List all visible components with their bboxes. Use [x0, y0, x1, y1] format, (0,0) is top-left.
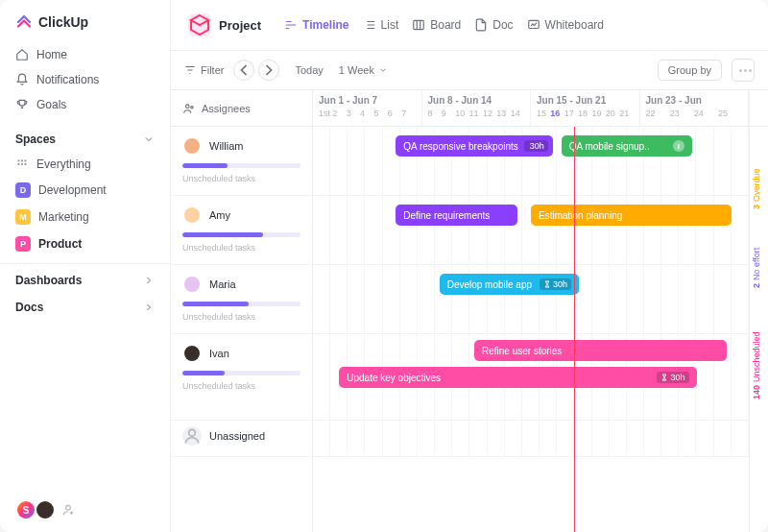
day-label: 2 [332, 109, 346, 118]
week-column: Jun 1 - Jun 71st234567 [313, 90, 422, 126]
assignee-row-unassigned[interactable]: Unassigned [171, 421, 312, 457]
day-label: 7 [401, 109, 415, 118]
sidebar: ClickUp Home Notifications Goals Spaces … [0, 0, 171, 532]
next-button[interactable] [258, 60, 279, 81]
space-marketing-badge: M [15, 209, 31, 225]
board-icon [412, 18, 425, 32]
assignee-row[interactable]: William Unscheduled tasks [171, 127, 312, 196]
task-estimate: 30h [657, 372, 688, 383]
unscheduled-label: Unscheduled tasks [182, 312, 300, 322]
task-bar[interactable]: QA mobile signup..i [562, 135, 692, 157]
assignee-row[interactable]: Maria Unscheduled tasks [171, 265, 312, 334]
space-development-badge: D [15, 182, 31, 198]
dashboards-header[interactable]: Dashboards [0, 263, 170, 293]
day-label: 14 [511, 109, 524, 118]
day-label: 18 [578, 109, 591, 118]
task-label: Refine user stories [482, 346, 562, 356]
day-label: 8 [428, 109, 442, 118]
assignee-row[interactable]: Amy Unscheduled tasks [171, 196, 312, 265]
workload-bar [182, 163, 300, 168]
docs-header-label: Docs [15, 301, 43, 314]
nav-home-label: Home [36, 48, 67, 61]
group-by-button[interactable]: Group by [658, 60, 722, 81]
overdue-badge[interactable]: 3Overdue [752, 168, 761, 209]
person-icon [182, 426, 202, 446]
avatar [182, 275, 202, 294]
view-tab-timeline-label: Timeline [302, 18, 348, 32]
now-line [574, 127, 575, 532]
chevron-down-icon [378, 65, 388, 75]
chevron-right-icon [143, 302, 155, 313]
week-column: Jun 8 - Jun 14891011121314 [422, 90, 532, 126]
task-label: Update key objectives [347, 373, 441, 383]
grid-icon [15, 157, 29, 171]
task-estimate: 30h [540, 278, 571, 290]
today-button[interactable]: Today [289, 64, 328, 76]
assignee-name: Amy [209, 209, 230, 221]
space-everything-label: Everything [36, 157, 91, 171]
more-icon [739, 69, 752, 72]
week-column: Jun 15 - Jun 2115161718192021 [531, 90, 640, 126]
more-menu-button[interactable] [732, 59, 755, 82]
prev-button[interactable] [233, 60, 254, 81]
assignee-name: Maria [209, 278, 236, 290]
spaces-header[interactable]: Spaces [0, 125, 170, 152]
space-marketing[interactable]: M Marketing [0, 204, 170, 230]
logo[interactable]: ClickUp [0, 0, 170, 40]
workload-bar [182, 232, 300, 237]
day-label: 12 [483, 109, 496, 118]
day-label: 10 [455, 109, 468, 118]
range-label: 1 Week [339, 64, 374, 76]
day-label: 22 [646, 109, 670, 118]
lane: Define requirementsEstimation planning [313, 196, 749, 265]
nav-notifications[interactable]: Notifications [0, 67, 170, 92]
task-bar[interactable]: Refine user stories [474, 340, 727, 361]
day-label: 15 [537, 109, 550, 118]
nav-goals[interactable]: Goals [0, 92, 170, 117]
assignees-header[interactable]: Assignees [171, 90, 313, 126]
filter-label: Filter [201, 64, 224, 76]
space-development[interactable]: D Development [0, 177, 170, 204]
view-tab-timeline[interactable]: Timeline [284, 18, 348, 32]
day-label: 5 [373, 109, 387, 118]
svg-point-2 [24, 159, 26, 161]
range-button[interactable]: 1 Week [339, 64, 388, 76]
space-product[interactable]: P Product [0, 230, 170, 257]
day-label: 6 [388, 109, 401, 118]
spaces-header-label: Spaces [15, 133, 56, 146]
task-label: QA responsive breakpoints [403, 141, 518, 152]
project-chip[interactable]: Project [184, 10, 271, 40]
task-bar[interactable]: Develop mobile app30h [440, 274, 579, 295]
day-label: 21 [619, 109, 633, 118]
nav-home[interactable]: Home [0, 42, 170, 67]
view-tab-board[interactable]: Board [412, 18, 461, 32]
info-icon: i [673, 140, 684, 152]
task-label: Develop mobile app [447, 279, 532, 290]
docs-header[interactable]: Docs [0, 293, 170, 320]
unscheduled-badge[interactable]: 140Unscheduled [752, 331, 761, 399]
view-tab-doc[interactable]: Doc [474, 18, 513, 32]
lane: QA responsive breakpoints30hQA mobile si… [313, 127, 749, 196]
add-user-icon[interactable] [61, 503, 75, 517]
svg-point-5 [24, 163, 26, 165]
assignee-row[interactable]: Ivan Unscheduled tasks [171, 334, 312, 421]
svg-point-1 [21, 159, 23, 161]
unscheduled-label: Unscheduled tasks [182, 243, 300, 253]
view-tab-board-label: Board [430, 18, 461, 32]
task-bar[interactable]: QA responsive breakpoints30h [396, 135, 552, 157]
task-bar[interactable]: Define requirements [396, 205, 517, 226]
space-everything[interactable]: Everything [0, 152, 170, 177]
task-bar[interactable]: Estimation planning [531, 205, 732, 226]
view-tab-list[interactable]: List [363, 18, 399, 32]
clickup-logo-icon [15, 13, 33, 31]
task-label: Estimation planning [539, 210, 622, 221]
filter-button[interactable]: Filter [184, 64, 224, 76]
view-tab-whiteboard[interactable]: Whiteboard [527, 18, 604, 32]
svg-point-4 [21, 163, 23, 165]
noeffort-badge[interactable]: 2No effort [752, 248, 761, 288]
day-label: 13 [496, 109, 510, 118]
task-bar[interactable]: Update key objectives30h [339, 367, 696, 388]
side-badges: 3Overdue 2No effort 140Unscheduled [749, 127, 768, 532]
day-label: 11 [469, 109, 483, 118]
user-stack[interactable]: S [0, 488, 170, 532]
